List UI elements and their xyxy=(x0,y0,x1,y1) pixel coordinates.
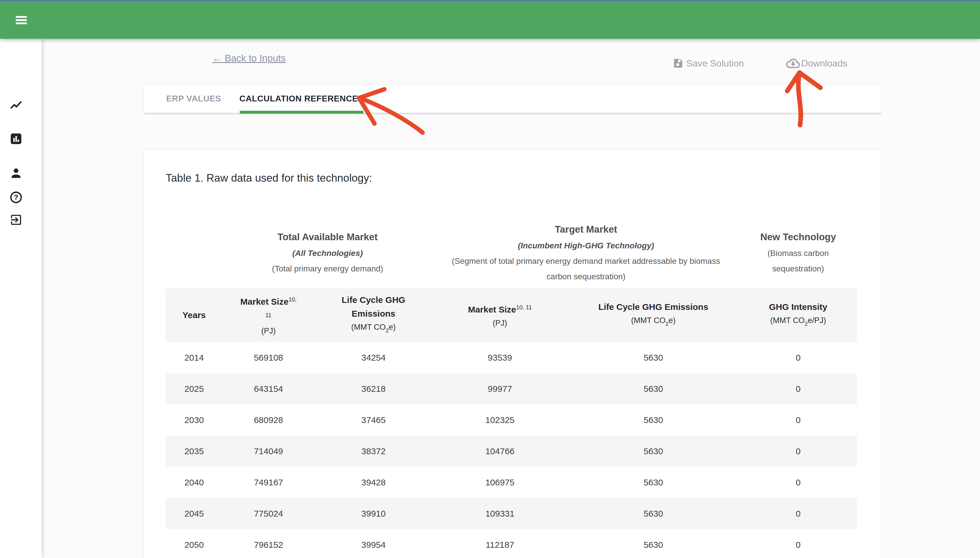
table-cell: 680928 xyxy=(222,404,314,436)
table-cell: 5630 xyxy=(567,498,739,529)
table-cell: 2045 xyxy=(166,498,222,529)
column-header-cell: Years xyxy=(166,288,222,342)
table-cell: 34254 xyxy=(314,342,432,373)
table-row: 20357140493837210476656300 xyxy=(166,436,857,467)
table-cell: 99977 xyxy=(432,373,567,404)
sidebar-item-results[interactable] xyxy=(9,132,23,146)
svg-text:?: ? xyxy=(14,193,18,202)
table-row: 20507961523995411218756300 xyxy=(166,529,857,558)
table-cell: 0 xyxy=(739,404,857,436)
table-cell: 0 xyxy=(739,498,857,529)
app-bar xyxy=(0,1,980,39)
tab-erp-values[interactable]: ERP VALUES xyxy=(148,84,240,113)
group-header-cell: Total Available Market(All Technologies)… xyxy=(222,217,432,288)
tab-calculation-references[interactable]: CALCULATION REFERENCES xyxy=(240,84,363,113)
tab-calculation-references-label: CALCULATION REFERENCES xyxy=(240,94,364,103)
table-cell: 0 xyxy=(739,467,857,498)
table-cell: 106975 xyxy=(432,467,567,498)
table-cell: 0 xyxy=(739,342,857,373)
downloads-label: Downloads xyxy=(801,58,847,69)
save-solution-label: Save Solution xyxy=(686,58,744,69)
sidebar: ? xyxy=(0,39,42,558)
bar-chart-icon xyxy=(9,132,23,146)
group-header-row: Total Available Market(All Technologies)… xyxy=(166,217,857,288)
table-row: 20306809283746510232556300 xyxy=(166,404,857,436)
group-header-cell: New Technology(Biomass carbon sequestrat… xyxy=(739,217,857,288)
table-cell: 5630 xyxy=(567,373,739,404)
table-cell: 36218 xyxy=(314,373,432,404)
table-cell: 37465 xyxy=(314,404,432,436)
active-tab-indicator xyxy=(240,111,363,114)
table-cell: 104766 xyxy=(432,436,567,467)
calculation-references-card: Table 1. Raw data used for this technolo… xyxy=(143,150,881,558)
table-cell: 749167 xyxy=(222,467,314,498)
table-cell: 775024 xyxy=(222,498,314,529)
column-header-cell: Market Size10,11(PJ) xyxy=(222,288,314,342)
exit-icon xyxy=(9,213,23,226)
table-cell: 93539 xyxy=(432,342,567,373)
tab-erp-values-label: ERP VALUES xyxy=(166,94,221,103)
table-cell: 38372 xyxy=(314,436,432,467)
table-cell: 39910 xyxy=(314,498,432,529)
help-icon: ? xyxy=(9,191,23,204)
sidebar-item-help[interactable]: ? xyxy=(9,191,23,204)
column-header-cell: Life Cycle GHGEmissions(MMT CO2e) xyxy=(314,288,432,342)
trend-chart-icon xyxy=(9,98,23,112)
table-row: 20407491673942810697556300 xyxy=(166,467,857,498)
table-cell: 2030 xyxy=(166,404,222,436)
table-cell: 112187 xyxy=(432,529,567,558)
table-row: 20457750243991010933156300 xyxy=(166,498,857,529)
hamburger-icon[interactable] xyxy=(16,16,27,24)
column-header-cell: Market Size10, 11(PJ) xyxy=(432,288,567,342)
sidebar-item-trends[interactable] xyxy=(9,98,23,112)
sidebar-item-logout[interactable] xyxy=(9,213,23,226)
table-title: Table 1. Raw data used for this technolo… xyxy=(166,171,372,185)
top-strip xyxy=(0,0,980,1)
table-cell: 569108 xyxy=(222,342,314,373)
table-cell: 39954 xyxy=(314,529,432,558)
table-cell: 39428 xyxy=(314,467,432,498)
table-cell: 2035 xyxy=(166,436,222,467)
table-body: 2014569108342549353956300202564315436218… xyxy=(166,342,857,558)
downloads-button[interactable]: Downloads xyxy=(785,57,847,70)
table-cell: 2040 xyxy=(166,467,222,498)
table-cell: 102325 xyxy=(432,404,567,436)
table-row: 2014569108342549353956300 xyxy=(166,342,857,373)
table-head: Total Available Market(All Technologies)… xyxy=(166,217,857,342)
column-header-cell: Life Cycle GHG Emissions(MMT CO2e) xyxy=(567,288,739,342)
table-cell: 0 xyxy=(739,529,857,558)
table-cell: 5630 xyxy=(567,404,739,436)
save-solution-button[interactable]: Save Solution xyxy=(673,57,744,70)
table-cell: 714049 xyxy=(222,436,314,467)
table-cell: 5630 xyxy=(567,436,739,467)
back-to-inputs-link[interactable]: ← Back to Inputs xyxy=(212,53,286,64)
table-cell: 2050 xyxy=(166,529,222,558)
tab-bar-card: ERP VALUES CALCULATION REFERENCES xyxy=(143,84,881,114)
table-cell: 2014 xyxy=(166,342,222,373)
column-header-row: YearsMarket Size10,11(PJ)Life Cycle GHGE… xyxy=(166,288,857,342)
cloud-download-icon xyxy=(785,57,801,69)
group-header-spacer xyxy=(166,217,222,288)
group-header-cell: Target Market(Incumbent High-GHG Technol… xyxy=(432,217,739,288)
save-icon xyxy=(673,57,684,69)
table-cell: 0 xyxy=(739,436,857,467)
sidebar-item-account[interactable] xyxy=(9,166,23,180)
table-cell: 109331 xyxy=(432,498,567,529)
table-cell: 0 xyxy=(739,373,857,404)
table-row: 2025643154362189997756300 xyxy=(166,373,857,404)
table-cell: 5630 xyxy=(567,342,739,373)
table-cell: 643154 xyxy=(222,373,314,404)
table-cell: 5630 xyxy=(567,467,739,498)
column-header-cell: GHG Intensity(MMT CO2e/PJ) xyxy=(739,288,857,342)
table-cell: 2025 xyxy=(166,373,222,404)
table-cell: 5630 xyxy=(567,529,739,558)
person-icon xyxy=(9,166,23,180)
raw-data-table: Total Available Market(All Technologies)… xyxy=(166,217,857,558)
table-cell: 796152 xyxy=(222,529,314,558)
tab-bar: ERP VALUES CALCULATION REFERENCES xyxy=(143,84,881,113)
